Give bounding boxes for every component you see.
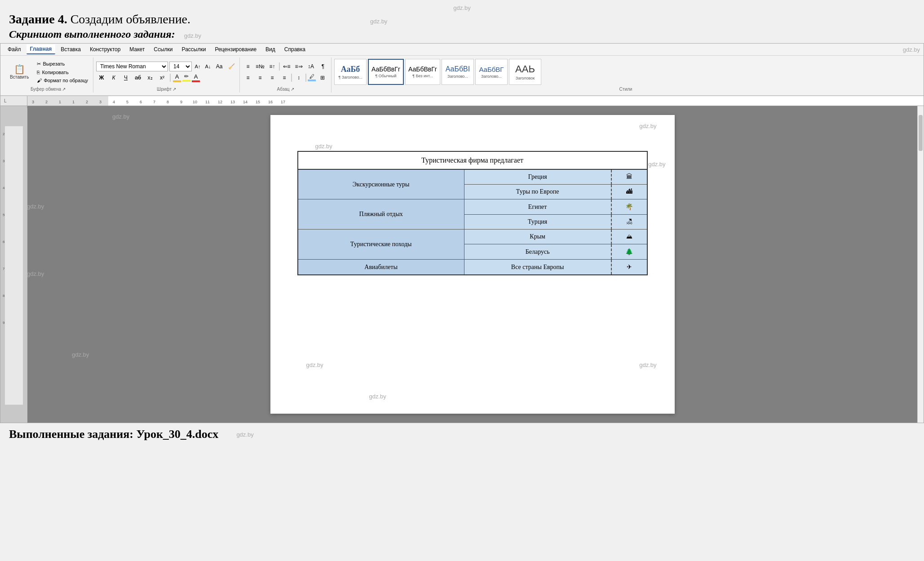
font-group: Times New Roman 14 A↑ A↓ Аа 🧹 Ж К Ч [94,57,240,93]
menu-links[interactable]: Ссылки [150,45,176,54]
shading-icon: 🖊 [309,74,314,79]
clipboard-expand[interactable]: ↗ [62,87,66,92]
svg-text:4: 4 [3,186,5,190]
align-right-btn[interactable]: ≡ [267,73,278,83]
numbering-btn[interactable]: ≡№ [255,62,265,71]
vertical-ruler-svg: 2 3 4 5 6 7 8 9 [0,108,27,423]
style-h1-preview: АаБбВI [446,65,470,73]
category-beach: Пляжный отдых [298,199,464,230]
wm-page-bottom-center: gdz.by [369,392,386,400]
paragraph-expand[interactable]: ↗ [291,87,294,92]
vertical-scrollbar[interactable] [917,106,924,423]
paragraph-group: ≡ ≡№ ≡↑ ⇐≡ ≡⇒ ↕A ¶ ≡ ≡ ≡ ≡ [241,57,332,93]
justify-btn[interactable]: ≡ [279,73,290,83]
style-h1-label: Заголово... [447,74,468,79]
wm-left-low: gdz.by [27,202,44,210]
paragraph-label: Абзац ↗ [243,87,328,92]
style-aabb-label: ¶ Заголово... [338,75,362,80]
sort-btn[interactable]: ↕A [305,62,316,71]
highlight-btn[interactable]: ✏ [182,73,190,82]
menu-layout[interactable]: Макет [126,45,148,54]
icon-belarus: 🌲 [611,244,647,260]
svg-text:3: 3 [99,100,102,104]
style-title[interactable]: ААЬ Заголовок [509,59,541,85]
para-sep3 [305,74,306,82]
highlight-indicator [182,80,190,82]
svg-text:9: 9 [180,100,182,104]
svg-text:7: 7 [153,100,155,104]
paste-label: Вставить [10,75,29,80]
font-label-text: Шрифт [157,87,172,92]
style-h2-preview: АаБбВГ [479,66,504,73]
menu-view[interactable]: Вид [262,45,279,54]
align-center-btn[interactable]: ≡ [255,73,265,83]
ruler-main[interactable]: 3 2 1 1 2 3 4 5 6 7 8 9 10 11 12 13 14 [27,96,924,106]
font-expand[interactable]: ↗ [172,87,176,92]
decrease-indent-btn[interactable]: ⇐≡ [281,62,292,71]
styles-content: АаБб ¶ Заголово... АаБбВвГг ¶ Обычный Аа… [334,58,917,85]
dest-crimea: Крым [464,230,611,244]
multilevel-btn[interactable]: ≡↑ [267,62,278,71]
styles-group: АаБб ¶ Заголово... АаБбВвГг ¶ Обычный Аа… [332,57,920,93]
menu-mailings[interactable]: Рассылки [178,45,210,54]
font-size-decrease[interactable]: A↓ [203,62,212,71]
style-h2[interactable]: АаБбВГ Заголово... [475,59,508,85]
paste-button[interactable]: 📋 Вставить [6,62,33,82]
bold-button[interactable]: Ж [96,73,107,83]
font-color-btn[interactable]: A [173,73,181,82]
copy-button[interactable]: ⎘ Копировать [35,69,90,76]
format-painter-label: Формат по образцу [44,78,88,83]
clear-format-btn[interactable]: 🧹 [226,62,237,71]
borders-btn[interactable]: ⊞ [317,73,328,83]
tourism-table: Туристическая фирма предлагает Экскурсио… [297,151,648,275]
increase-indent-btn[interactable]: ≡⇒ [293,62,304,71]
font-size-increase[interactable]: A↑ [193,62,202,71]
svg-text:4: 4 [113,100,115,104]
document-page[interactable]: gdz.by gdz.by gdz.by Туристическая фирма… [270,115,675,414]
scissors-icon: ✂ [37,61,41,67]
scrollbar-thumb[interactable] [919,115,923,151]
shading-btn[interactable]: 🖊 [308,74,316,81]
para-controls: ≡ ≡№ ≡↑ ⇐≡ ≡⇒ ↕A ¶ ≡ ≡ ≡ ≡ [243,62,328,83]
clipboard-label-text: Буфер обмена [31,87,61,92]
subscript-button[interactable]: x₂ [145,73,155,83]
icon-greece: 🏛 [611,169,647,185]
clipboard-group: 📋 Вставить ✂ Вырезать ⎘ Копировать 🖌 Фор… [4,57,93,93]
svg-text:10: 10 [193,100,197,104]
menu-constructor[interactable]: Конструктор [86,45,124,54]
strikethrough-button[interactable]: аб [133,73,143,83]
style-no-spacing[interactable]: АаБбВвГг ¶ Без инт... [405,59,440,85]
wm-page-top-right2: gdz.by [648,160,665,168]
dest-all-europe: Все страны Европы [464,260,611,275]
style-normal[interactable]: АаБбВвГг ¶ Обычный [368,59,404,85]
underline-button[interactable]: Ч [120,73,131,83]
cut-button[interactable]: ✂ Вырезать [35,60,90,68]
svg-text:3: 3 [32,100,34,104]
format-painter-button[interactable]: 🖌 Формат по образцу [35,77,90,84]
style-normal-preview: АаБбВвГг [371,66,400,73]
font-name-select[interactable]: Times New Roman [96,62,168,71]
dest-greece: Греция [464,169,611,185]
superscript-button[interactable]: x² [157,73,168,83]
font-case-btn[interactable]: Аа [214,62,225,71]
style-h1[interactable]: АаБбВI Заголово... [442,59,474,85]
icon-turkey: 🏖 [611,215,647,230]
icon-europe-tours: 🏙 [611,185,647,199]
menu-file[interactable]: Файл [4,45,25,54]
copy-label: Копировать [42,70,68,75]
menu-review[interactable]: Рецензирование [211,45,260,54]
menu-home[interactable]: Главная [27,44,56,54]
para-row1: ≡ ≡№ ≡↑ ⇐≡ ≡⇒ ↕A ¶ [243,62,328,71]
show-marks-btn[interactable]: ¶ [318,62,328,71]
copy-icon: ⎘ [37,70,40,75]
italic-button[interactable]: К [108,73,119,83]
bullets-btn[interactable]: ≡ [243,62,253,71]
style-aabb[interactable]: АаБб ¶ Заголово... [334,59,367,85]
font-size-select[interactable]: 14 [169,62,192,71]
line-spacing-btn[interactable]: ↕ [293,73,304,83]
menu-help[interactable]: Справка [281,45,309,54]
menu-insert[interactable]: Вставка [57,45,84,54]
bottom-area: Выполненные задания: Урок_30_4.docx gdz.… [0,423,924,446]
align-left-btn[interactable]: ≡ [243,73,253,83]
text-color-btn[interactable]: A [192,73,200,82]
